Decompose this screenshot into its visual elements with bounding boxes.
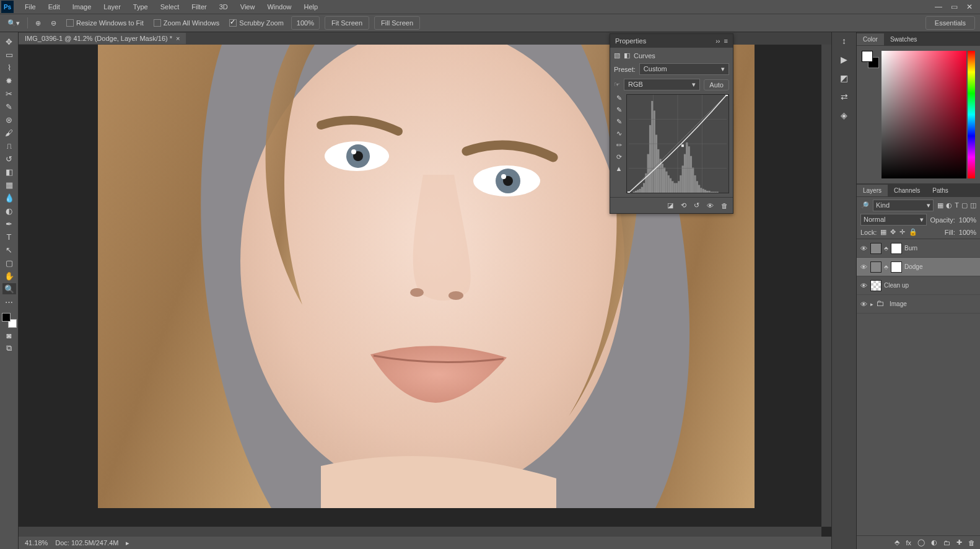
menu-file[interactable]: File xyxy=(19,1,42,12)
quickselect-tool-icon[interactable]: ✸ xyxy=(2,75,16,86)
hand-tool-icon[interactable]: ✋ xyxy=(2,270,16,281)
status-menu-icon[interactable]: ▸ xyxy=(126,539,129,547)
group-icon[interactable]: 🗀 xyxy=(943,539,950,547)
history-panel-icon[interactable]: ↕ xyxy=(842,36,846,46)
maximize-icon[interactable]: ▭ xyxy=(951,2,958,11)
menu-help[interactable]: Help xyxy=(298,1,325,12)
menu-3d[interactable]: 3D xyxy=(213,1,234,12)
close-icon[interactable]: ✕ xyxy=(966,2,973,11)
healing-tool-icon[interactable]: ⊛ xyxy=(2,114,16,125)
lock-artboard-icon[interactable]: ✛ xyxy=(899,228,905,236)
filter-smart-icon[interactable]: ◫ xyxy=(970,201,976,209)
edit-toolbar-icon[interactable]: ⋯ xyxy=(2,296,16,307)
lasso-tool-icon[interactable]: ⌇ xyxy=(2,62,16,73)
fg-bg-colors[interactable] xyxy=(2,313,17,328)
actions-panel-icon[interactable]: ▶ xyxy=(841,55,847,64)
menu-edit[interactable]: Edit xyxy=(42,1,66,12)
layer-row[interactable]: 👁▸🗀Image xyxy=(857,295,980,314)
eyedropper-tool-icon[interactable]: ✎ xyxy=(2,101,16,112)
opacity-value[interactable]: 100% xyxy=(959,216,976,224)
new-layer-icon[interactable]: ✚ xyxy=(956,538,962,547)
quickmask-icon[interactable]: ◙ xyxy=(2,330,16,341)
gradient-tool-icon[interactable]: ▦ xyxy=(2,179,16,190)
layer-row[interactable]: 👁Clean up xyxy=(857,276,980,295)
close-tab-icon[interactable]: × xyxy=(176,35,180,42)
layer-row[interactable]: 👁⬘Burn xyxy=(857,239,980,258)
blend-mode-select[interactable]: Normal▾ xyxy=(860,214,927,226)
adjustment-layer-icon[interactable]: ◐ xyxy=(931,538,937,547)
dodge-tool-icon[interactable]: ◐ xyxy=(2,205,16,216)
layer-row[interactable]: 👁⬘Dodge xyxy=(857,258,980,276)
auto-button[interactable]: Auto xyxy=(704,79,729,90)
delete-adjustment-icon[interactable]: 🗑 xyxy=(721,202,728,209)
lock-all-icon[interactable]: 🔒 xyxy=(909,228,917,236)
collapse-panel-icon[interactable]: ›› xyxy=(715,37,720,45)
link-mask-icon[interactable]: ⬘ xyxy=(884,264,888,270)
visibility-toggle-icon[interactable]: 👁 xyxy=(859,263,868,271)
curves-smooth-icon[interactable]: ⟳ xyxy=(616,153,622,161)
horizontal-scrollbar[interactable] xyxy=(19,527,821,537)
screenmode-icon[interactable]: ⧉ xyxy=(2,343,16,354)
hue-slider[interactable] xyxy=(968,51,975,178)
toggle-visibility-icon[interactable]: 👁 xyxy=(707,202,714,209)
tab-layers[interactable]: Layers xyxy=(857,185,888,196)
lock-position-icon[interactable]: ✥ xyxy=(890,228,896,236)
menu-filter[interactable]: Filter xyxy=(185,1,212,12)
document-tab[interactable]: IMG_0396-1 @ 41.2% (Dodge, Layer Mask/16… xyxy=(19,33,186,44)
menu-type[interactable]: Type xyxy=(127,1,154,12)
tab-channels[interactable]: Channels xyxy=(888,185,926,196)
layer-mask-icon[interactable]: ◯ xyxy=(917,538,925,547)
panel-menu-icon[interactable]: ≡ xyxy=(724,37,728,45)
curves-edit-icon[interactable]: ∿ xyxy=(616,130,622,138)
channel-select[interactable]: RGB▾ xyxy=(624,79,700,90)
properties-header[interactable]: Properties ›› ≡ xyxy=(610,34,733,48)
eraser-tool-icon[interactable]: ◧ xyxy=(2,166,16,177)
lock-pixels-icon[interactable]: ▦ xyxy=(880,228,886,236)
pen-tool-icon[interactable]: ✒ xyxy=(2,218,16,229)
zoom-tool-icon[interactable]: 🔍 xyxy=(2,283,16,294)
filter-shape-icon[interactable]: ▢ xyxy=(961,201,968,209)
minimize-icon[interactable]: — xyxy=(935,2,942,11)
menu-layer[interactable]: Layer xyxy=(97,1,127,12)
filter-kind-select[interactable]: Kind▾ xyxy=(873,200,934,211)
delete-layer-icon[interactable]: 🗑 xyxy=(968,539,975,547)
curves-clip-icon[interactable]: ▲ xyxy=(616,165,623,172)
resize-windows-checkbox[interactable]: Resize Windows to Fit xyxy=(64,19,146,27)
zoom-100-button[interactable]: 100% xyxy=(291,16,320,30)
zoom-all-checkbox[interactable]: Zoom All Windows xyxy=(151,19,222,27)
link-layers-icon[interactable]: ⬘ xyxy=(895,538,899,547)
paragraph-panel-icon[interactable]: ⇄ xyxy=(841,92,848,102)
shape-tool-icon[interactable]: ▢ xyxy=(2,257,16,268)
filter-type-icon[interactable]: T xyxy=(955,201,959,209)
blur-tool-icon[interactable]: 💧 xyxy=(2,192,16,203)
crop-tool-icon[interactable]: ✂ xyxy=(2,88,16,99)
scrubby-zoom-checkbox[interactable]: Scrubby Zoom xyxy=(227,19,286,27)
curves-white-icon[interactable]: ✎ xyxy=(616,106,622,114)
tab-paths[interactable]: Paths xyxy=(926,185,955,196)
layer-fx-icon[interactable]: fx xyxy=(906,539,911,547)
fill-value[interactable]: 100% xyxy=(959,229,976,236)
tab-swatches[interactable]: Swatches xyxy=(884,33,923,45)
color-fgbg[interactable] xyxy=(862,51,878,178)
fill-screen-button[interactable]: Fill Screen xyxy=(374,16,420,30)
curves-graph[interactable] xyxy=(626,94,729,193)
fit-screen-button[interactable]: Fit Screen xyxy=(325,16,369,30)
3d-panel-icon[interactable]: ◈ xyxy=(841,110,847,120)
color-field[interactable] xyxy=(882,51,966,178)
color-picker[interactable] xyxy=(882,51,975,178)
targeted-adjust-icon[interactable]: ☞ xyxy=(614,81,620,89)
path-select-tool-icon[interactable]: ↖ xyxy=(2,244,16,255)
workspace-switcher[interactable]: Essentials xyxy=(925,16,975,30)
link-mask-icon[interactable]: ⬘ xyxy=(884,245,888,252)
zoom-tool-icon[interactable]: 🔍▾ xyxy=(5,18,22,29)
zoom-out-icon[interactable]: ⊖ xyxy=(48,18,59,29)
visibility-toggle-icon[interactable]: 👁 xyxy=(859,282,868,289)
filter-pixel-icon[interactable]: ▦ xyxy=(937,201,943,209)
menu-view[interactable]: View xyxy=(234,1,261,12)
menu-window[interactable]: Window xyxy=(261,1,297,12)
zoom-in-icon[interactable]: ⊕ xyxy=(33,18,43,29)
clip-to-layer-icon[interactable]: ◪ xyxy=(667,201,673,209)
adjustments-panel-icon[interactable]: ◩ xyxy=(840,73,848,83)
brush-tool-icon[interactable]: 🖌 xyxy=(2,127,16,138)
stamp-tool-icon[interactable]: ⎍ xyxy=(2,140,16,151)
